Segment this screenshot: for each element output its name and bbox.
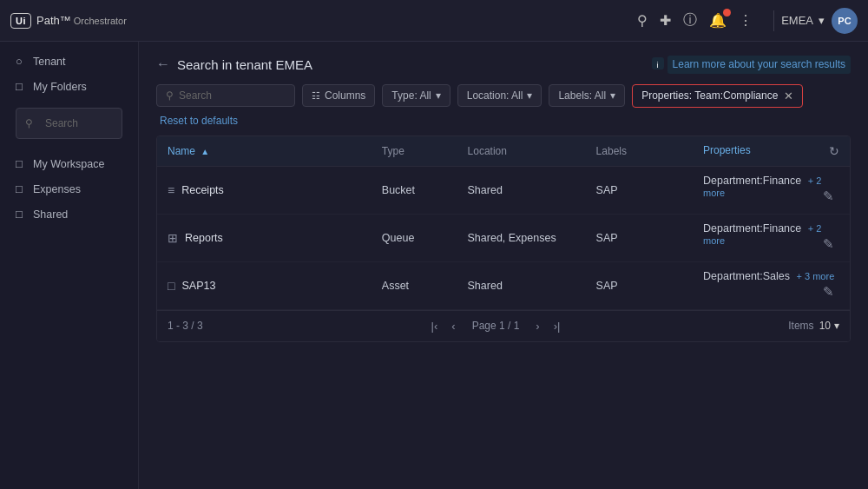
pagination-controls: |‹ ‹ Page 1 / 1 › ›| — [427, 318, 565, 334]
reports-name-label: Reports — [185, 232, 223, 244]
items-count: 10 — [819, 320, 831, 332]
type-label: Type: All — [391, 89, 431, 102]
table-search-input[interactable] — [179, 89, 266, 102]
items-per-page: Items 10 ▾ — [788, 320, 839, 332]
shared-icon: □ — [12, 208, 26, 221]
location-label: Location: All — [467, 89, 523, 102]
tenant-selector[interactable]: EMEA ▾ — [781, 14, 825, 27]
columns-icon: ☷ — [312, 90, 320, 102]
row-reports-properties: Department:Finance + 2 more ✎ — [693, 214, 850, 261]
logo-brand: Path™ — [36, 14, 71, 27]
row-reports-name: ⊞ Reports — [157, 214, 372, 261]
learn-more-link[interactable]: iLearn more about your search results — [652, 56, 851, 74]
topbar-divider — [773, 10, 774, 31]
sap13-more-badge: + 3 more — [797, 271, 835, 281]
receipts-name-label: Receipts — [181, 184, 224, 196]
sidebar-item-tenant[interactable]: ○ Tenant — [0, 49, 138, 74]
row-sap13-properties: Department:Sales + 3 more ✎ — [693, 261, 850, 309]
sap13-properties-value: Department:Sales — [703, 270, 790, 282]
sap13-edit-button[interactable]: ✎ — [818, 282, 839, 301]
col-location-label: Location — [468, 145, 507, 157]
first-page-button[interactable]: |‹ — [427, 318, 443, 334]
sort-asc-icon: ▲ — [201, 147, 209, 156]
col-labels-label: Labels — [596, 145, 627, 157]
receipts-edit-button[interactable]: ✎ — [818, 187, 839, 206]
back-button[interactable]: ← — [156, 56, 170, 72]
columns-button[interactable]: ☷ Columns — [302, 84, 375, 107]
col-header-name[interactable]: Name ▲ — [157, 136, 372, 167]
col-header-properties: Properties ↻ — [693, 136, 850, 167]
sap13-name-label: SAP13 — [181, 280, 215, 292]
notification-icon[interactable]: 🔔 — [709, 12, 727, 29]
properties-filter-close[interactable]: ✕ — [784, 89, 793, 102]
add-icon[interactable]: ✚ — [660, 12, 671, 29]
tenant-icon: ○ — [12, 55, 26, 68]
reports-properties-value: Department:Finance — [703, 222, 801, 235]
properties-filter-active: Properties: Team:Compliance ✕ — [632, 84, 803, 108]
search-header: ← Search in tenant EMEA iLearn more abou… — [156, 56, 851, 74]
expenses-icon: □ — [12, 182, 26, 195]
items-dropdown[interactable]: 10 ▾ — [819, 320, 839, 332]
sidebar-item-my-folders[interactable]: □ My Folders — [0, 74, 138, 99]
row-reports-labels: SAP — [586, 214, 693, 261]
more-icon[interactable]: ⋮ — [739, 12, 753, 29]
col-header-type: Type — [372, 136, 457, 167]
type-filter[interactable]: Type: All ▾ — [382, 84, 450, 107]
properties-filter-label: Properties: Team:Compliance — [641, 89, 778, 102]
last-page-button[interactable]: ›| — [549, 318, 565, 334]
results-table: Name ▲ Type Location Labels — [156, 135, 851, 342]
reports-edit-button[interactable]: ✎ — [818, 235, 839, 254]
topbar: Ui Path™ Orchestrator ⚲ ✚ ⓘ 🔔 ⋮ EMEA ▾ P… — [0, 0, 868, 42]
receipts-icon: ≡ — [168, 183, 174, 197]
row-reports-location: Shared, Expenses — [457, 214, 586, 261]
logo-box: Ui — [10, 13, 31, 29]
row-sap13-location: Shared — [457, 261, 586, 309]
next-page-button[interactable]: › — [531, 318, 543, 334]
col-header-location: Location — [457, 136, 586, 167]
table-search-field[interactable]: ⚲ — [156, 84, 295, 107]
sidebar-item-expenses[interactable]: □ Expenses — [0, 176, 138, 202]
app-layout: ○ Tenant □ My Folders ⚲ □ My Workspace □… — [0, 42, 868, 489]
prev-page-button[interactable]: ‹ — [447, 318, 459, 334]
col-header-labels: Labels — [586, 136, 693, 167]
location-chevron-icon: ▾ — [527, 89, 532, 102]
sidebar-item-my-workspace[interactable]: □ My Workspace — [0, 151, 138, 176]
items-label: Items — [788, 320, 813, 332]
labels-filter[interactable]: Labels: All ▾ — [549, 84, 625, 107]
help-icon[interactable]: ⓘ — [683, 11, 697, 30]
refresh-button[interactable]: ↻ — [829, 144, 839, 158]
table-row: ≡ Receipts Bucket Shared SAP Department:… — [157, 166, 850, 214]
sidebar-item-label: My Folders — [33, 81, 87, 93]
sidebar-search-input[interactable] — [38, 113, 125, 134]
sidebar-item-label: Expenses — [33, 183, 81, 195]
sidebar-search-field[interactable]: ⚲ — [16, 108, 122, 139]
search-icon[interactable]: ⚲ — [637, 12, 648, 29]
receipts-properties-value: Department:Finance — [703, 175, 801, 187]
tenant-label: EMEA — [781, 14, 813, 27]
user-avatar[interactable]: PC — [832, 8, 858, 34]
location-filter[interactable]: Location: All ▾ — [457, 84, 542, 107]
range-label: 1 - 3 / 3 — [168, 320, 203, 332]
sidebar-search-icon: ⚲ — [25, 117, 33, 129]
reset-defaults-button[interactable]: Reset to defaults — [160, 115, 238, 127]
sidebar-item-label: My Workspace — [33, 158, 104, 170]
row-receipts-name: ≡ Receipts — [157, 166, 372, 214]
col-name-label: Name — [168, 145, 195, 157]
sidebar: ○ Tenant □ My Folders ⚲ □ My Workspace □… — [0, 42, 139, 489]
table-search-icon: ⚲ — [166, 89, 174, 102]
sidebar-search-box: ⚲ — [7, 102, 131, 144]
col-type-label: Type — [382, 145, 404, 157]
table-row: □ SAP13 Asset Shared SAP Department:Sale… — [157, 261, 850, 309]
sidebar-item-label: Shared — [33, 208, 68, 221]
row-receipts-labels: SAP — [586, 166, 693, 214]
learn-more-label: Learn more about your search results — [667, 56, 851, 74]
table-row: ⊞ Reports Queue Shared, Expenses SAP Dep… — [157, 214, 850, 261]
row-sap13-name: □ SAP13 — [157, 261, 372, 309]
table-header-row: Name ▲ Type Location Labels — [157, 136, 850, 167]
sidebar-item-shared[interactable]: □ Shared — [0, 202, 138, 227]
row-receipts-type: Bucket — [372, 166, 457, 214]
page-info: Page 1 / 1 — [465, 320, 527, 332]
row-reports-type: Queue — [372, 214, 457, 261]
logo-sub: Orchestrator — [74, 16, 127, 26]
type-chevron-icon: ▾ — [436, 89, 441, 102]
